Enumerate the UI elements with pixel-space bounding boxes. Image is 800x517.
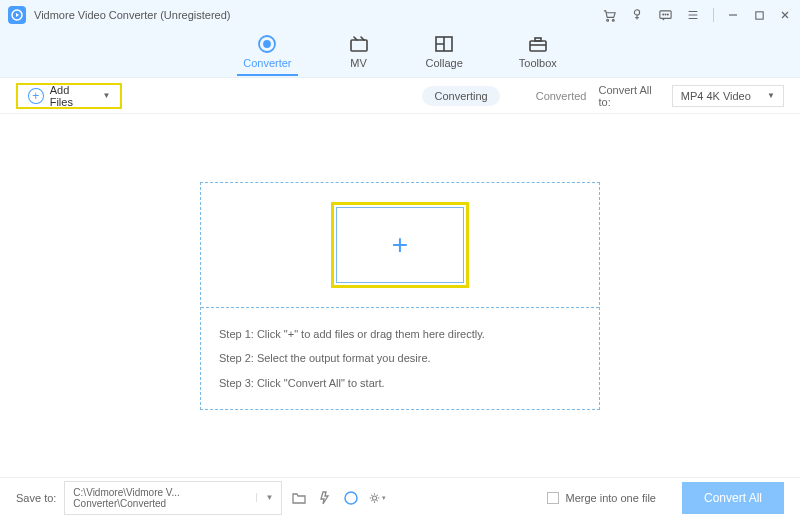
svg-rect-13 (530, 41, 546, 51)
toolbar: + Add Files ▼ Converting Converted Conve… (0, 78, 800, 114)
merge-label: Merge into one file (565, 492, 656, 504)
main-tabs: Converter MV Collage Toolbox (0, 30, 800, 78)
chevron-down-icon: ▼ (256, 493, 273, 502)
collage-icon (433, 34, 455, 54)
svg-point-1 (606, 19, 608, 21)
open-folder-icon[interactable] (290, 489, 308, 507)
footer: Save to: C:\Vidmore\Vidmore V... Convert… (0, 478, 800, 517)
separator (713, 8, 714, 22)
status-tabs: Converting Converted (422, 86, 598, 106)
tab-label: Collage (426, 57, 463, 69)
subtab-converting[interactable]: Converting (422, 86, 499, 106)
drop-zone[interactable]: + (201, 183, 599, 308)
step-1: Step 1: Click "+" to add files or drag t… (219, 322, 581, 346)
plus-circle-icon: + (28, 88, 44, 104)
cart-icon[interactable] (601, 7, 617, 23)
svg-point-6 (665, 14, 666, 15)
settings-icon[interactable]: ▾ (368, 489, 386, 507)
app-logo-icon (8, 6, 26, 24)
merge-checkbox[interactable] (547, 492, 559, 504)
add-file-box[interactable]: + (331, 202, 469, 288)
save-path-select[interactable]: C:\Vidmore\Vidmore V... Converter\Conver… (64, 481, 282, 515)
maximize-button[interactable] (752, 8, 766, 22)
convert-all-button[interactable]: Convert All (682, 482, 784, 514)
svg-point-3 (634, 10, 639, 15)
add-files-label: Add Files (50, 84, 95, 108)
subtab-converted[interactable]: Converted (524, 86, 599, 106)
svg-rect-8 (755, 11, 762, 18)
app-title: Vidmore Video Converter (Unregistered) (34, 9, 230, 21)
svg-point-10 (264, 41, 270, 47)
save-path-value: C:\Vidmore\Vidmore V... Converter\Conver… (73, 487, 256, 509)
titlebar: Vidmore Video Converter (Unregistered) (0, 0, 800, 30)
chevron-down-icon: ▼ (103, 91, 111, 100)
mv-icon (348, 34, 370, 54)
tab-collage[interactable]: Collage (426, 34, 463, 75)
convert-all-to-label: Convert All to: (598, 84, 665, 108)
tab-label: Converter (243, 57, 291, 69)
converter-icon (256, 34, 278, 54)
save-to-label: Save to: (16, 492, 56, 504)
tab-label: MV (350, 57, 367, 69)
svg-point-5 (662, 14, 663, 15)
step-2: Step 2: Select the output format you des… (219, 346, 581, 370)
svg-point-7 (667, 14, 668, 15)
output-format-select[interactable]: MP4 4K Video ▼ (672, 85, 784, 107)
merge-option: Merge into one file (547, 492, 656, 504)
svg-rect-11 (351, 40, 367, 51)
svg-rect-14 (535, 38, 541, 41)
key-icon[interactable] (629, 7, 645, 23)
tab-label: Toolbox (519, 57, 557, 69)
convert-all-to: Convert All to: MP4 4K Video ▼ (598, 84, 784, 108)
minimize-button[interactable] (726, 8, 740, 22)
high-speed-icon[interactable] (342, 489, 360, 507)
tab-mv[interactable]: MV (348, 34, 370, 75)
format-value: MP4 4K Video (681, 90, 751, 102)
close-button[interactable] (778, 8, 792, 22)
drop-area: + Step 1: Click "+" to add files or drag… (200, 182, 600, 410)
menu-icon[interactable] (685, 7, 701, 23)
add-files-button[interactable]: + Add Files ▼ (16, 83, 122, 109)
hardware-accel-icon[interactable] (316, 489, 334, 507)
main-area: + Step 1: Click "+" to add files or drag… (0, 114, 800, 478)
toolbox-icon (527, 34, 549, 54)
step-3: Step 3: Click "Convert All" to start. (219, 371, 581, 395)
svg-point-2 (612, 19, 614, 21)
tab-toolbox[interactable]: Toolbox (519, 34, 557, 75)
add-file-box-border (336, 207, 464, 283)
svg-point-16 (373, 495, 377, 499)
chevron-down-icon: ▼ (767, 91, 775, 100)
feedback-icon[interactable] (657, 7, 673, 23)
tab-converter[interactable]: Converter (243, 34, 291, 75)
instructions: Step 1: Click "+" to add files or drag t… (201, 308, 599, 409)
